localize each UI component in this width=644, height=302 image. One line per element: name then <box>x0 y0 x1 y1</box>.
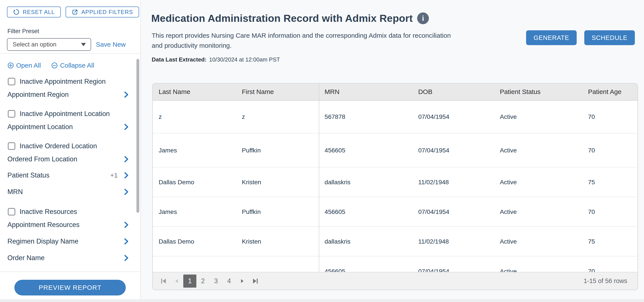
table-row[interactable]: Dallas Demo Kristen dallaskris 11/02/194… <box>153 227 638 256</box>
inactive-appointment-location-checkbox[interactable] <box>8 110 15 118</box>
filter-item-ordered-from-location[interactable]: Ordered From Location <box>8 154 140 164</box>
inactive-resources-checkbox[interactable] <box>8 208 15 215</box>
first-page-button[interactable] <box>157 274 170 287</box>
reset-all-label: RESET ALL <box>23 9 55 16</box>
checkbox-row-inactive-appointment-region: Inactive Appointment Region <box>8 77 140 86</box>
reset-all-button[interactable]: RESET ALL <box>7 7 61 18</box>
cell-mrn: dallaskris <box>318 167 412 197</box>
table-row[interactable]: James Puffkin 456605 07/04/1954 Active 7… <box>153 197 638 227</box>
next-page-button[interactable] <box>236 274 249 287</box>
cell-mrn: 456605 <box>318 197 412 226</box>
cell-patient-status: Active <box>494 256 582 273</box>
cell-patient-age: 70 <box>582 101 638 133</box>
table-row[interactable]: z z 567878 07/04/1954 Active 70 <box>153 101 638 133</box>
cell-dob: 07/04/1954 <box>412 133 494 167</box>
column-header-dob[interactable]: DOB <box>412 84 494 100</box>
report-preview-table: Last Name First Name MRN DOB Patient Sta… <box>152 83 638 290</box>
open-all-label: Open All <box>16 62 41 69</box>
filter-item-appointment-location[interactable]: Appointment Location <box>8 122 140 132</box>
filter-item-order-name[interactable]: Order Name <box>8 253 140 263</box>
cell-dob: 07/04/1954 <box>412 197 494 226</box>
page-number-4[interactable]: 4 <box>222 274 236 287</box>
checkbox-label: Inactive Ordered Location <box>20 142 97 150</box>
chevron-right-icon <box>122 221 130 229</box>
save-new-link[interactable]: Save New <box>96 41 126 48</box>
checkbox-row-inactive-resources: Inactive Resources <box>8 207 140 216</box>
table-row[interactable]: 456605 07/04/1954 Active 70 <box>153 256 638 273</box>
cell-first-name: Puffkin <box>236 197 319 226</box>
table-body: z z 567878 07/04/1954 Active 70 James Pu… <box>153 101 638 273</box>
filter-preset-select[interactable]: Select an option <box>7 38 91 51</box>
data-last-extracted-value: 10/30/2024 at 12:00am PST <box>209 56 280 63</box>
page-number-2[interactable]: 2 <box>196 274 210 287</box>
schedule-button[interactable]: SCHEDULE <box>584 30 635 45</box>
cell-last-name: Dallas Demo <box>153 167 236 197</box>
external-link-icon <box>72 9 78 15</box>
row-count-summary: 1-15 of 56 rows <box>584 277 627 284</box>
cell-last-name: z <box>153 101 236 133</box>
cell-patient-status: Active <box>494 167 582 197</box>
info-icon[interactable]: i <box>417 13 429 24</box>
filter-item-appointment-region[interactable]: Appointment Region <box>8 90 140 99</box>
checkbox-row-inactive-appointment-location: Inactive Appointment Location <box>8 109 140 118</box>
filter-item-mrn[interactable]: MRN <box>8 187 140 197</box>
last-page-button[interactable] <box>249 274 262 287</box>
cell-mrn: dallaskris <box>318 227 412 256</box>
cell-patient-status: Active <box>494 101 582 133</box>
chevron-right-icon <box>122 188 130 196</box>
cell-patient-status: Active <box>494 227 582 256</box>
cell-patient-status: Active <box>494 197 582 226</box>
page-number-3[interactable]: 3 <box>210 274 222 287</box>
filter-item-appointment-resources[interactable]: Appointment Resources <box>8 220 140 230</box>
inactive-ordered-location-checkbox[interactable] <box>8 142 15 150</box>
cell-last-name: James <box>153 133 236 167</box>
preview-report-button[interactable]: PREVIEW REPORT <box>14 280 126 295</box>
inactive-appointment-region-checkbox[interactable] <box>8 78 15 85</box>
chevron-right-icon <box>122 254 130 262</box>
checkbox-label: Inactive Resources <box>20 208 77 216</box>
table-row[interactable]: Dallas Demo Kristen dallaskris 11/02/194… <box>153 167 638 197</box>
cell-dob: 11/02/1948 <box>412 167 494 197</box>
filter-label: Order Name <box>8 254 45 262</box>
previous-page-button[interactable] <box>170 274 183 287</box>
table-row[interactable]: James Puffkin 456605 07/04/1954 Active 7… <box>153 133 638 167</box>
filter-item-patient-status[interactable]: Patient Status +1 <box>8 170 140 180</box>
filter-preset-value: Select an option <box>13 41 81 48</box>
pinned-columns-divider <box>319 84 319 273</box>
collapse-all-label: Collapse All <box>60 62 94 69</box>
filter-item-regimen-display-name[interactable]: Regimen Display Name <box>8 237 140 246</box>
open-all-link[interactable]: Open All <box>8 62 41 69</box>
column-header-last-name[interactable]: Last Name <box>153 84 236 100</box>
applied-filters-button[interactable]: APPLIED FILTERS <box>66 7 139 18</box>
column-header-patient-age[interactable]: Patient Age <box>582 84 638 100</box>
cell-dob: 11/02/1948 <box>412 227 494 256</box>
sidebar-scrollbar[interactable] <box>136 59 139 213</box>
cell-first-name: Kristen <box>236 167 319 197</box>
generate-button[interactable]: GENERATE <box>526 30 577 45</box>
filter-label: Appointment Resources <box>8 221 80 229</box>
applied-filters-label: APPLIED FILTERS <box>81 9 133 16</box>
cell-dob: 07/04/1954 <box>412 256 494 273</box>
checkbox-label: Inactive Appointment Region <box>20 78 106 86</box>
cell-patient-age: 70 <box>582 133 638 167</box>
cell-mrn: 567878 <box>318 101 412 133</box>
checkbox-row-inactive-ordered-location: Inactive Ordered Location <box>8 142 140 150</box>
filter-label: Patient Status <box>8 171 50 179</box>
sidebar-divider-bottom <box>0 271 140 272</box>
description-line-1: This report provides Nursing Care MAR in… <box>152 31 451 41</box>
cell-patient-age: 70 <box>582 256 638 273</box>
filter-label: Regimen Display Name <box>8 237 78 245</box>
chevron-right-icon <box>122 171 130 179</box>
report-main-panel: Medication Administration Record with Ad… <box>141 0 644 299</box>
collapse-all-link[interactable]: Collapse All <box>51 62 94 69</box>
column-header-patient-status[interactable]: Patient Status <box>494 84 582 100</box>
page-bottom-strip <box>0 299 644 302</box>
column-header-mrn[interactable]: MRN <box>318 84 412 100</box>
chevron-right-icon <box>122 123 130 131</box>
cell-mrn: 456605 <box>318 256 412 273</box>
cell-last-name: James <box>153 197 236 226</box>
column-header-first-name[interactable]: First Name <box>236 84 319 100</box>
chevron-right-icon <box>122 91 130 99</box>
page-number-1[interactable]: 1 <box>183 274 196 287</box>
filter-label: Appointment Region <box>8 91 69 99</box>
